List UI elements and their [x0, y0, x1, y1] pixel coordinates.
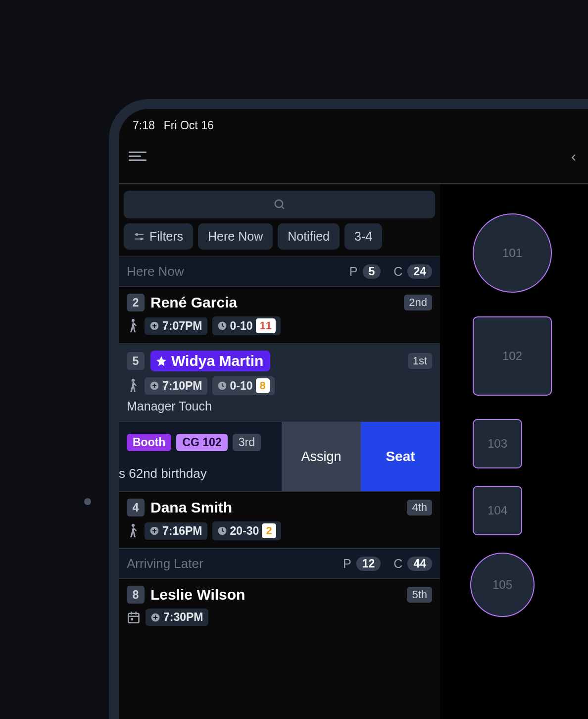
- wait-range: 20-30 2: [212, 521, 281, 540]
- table-104[interactable]: 104: [473, 486, 522, 535]
- calendar-icon: [127, 611, 141, 624]
- plus-circle-icon: [150, 613, 160, 622]
- c-count: 44: [407, 557, 432, 571]
- quoted-time: 7:10PM: [145, 377, 207, 395]
- waitlist-panel: Filters Here Now Notified 3-4 Here Now P…: [119, 184, 441, 719]
- wait-range: 0-10 8: [212, 376, 275, 395]
- tag-order: 3rd: [233, 434, 261, 451]
- wait-minutes: 8: [256, 378, 270, 393]
- c-label: C: [393, 557, 402, 571]
- queue-order: 4th: [407, 500, 432, 515]
- table-103[interactable]: 103: [473, 419, 522, 468]
- assign-button[interactable]: Assign: [282, 422, 361, 491]
- quoted-time: 7:16PM: [145, 522, 207, 540]
- waitlist-row[interactable]: 4 Dana Smith 4th 7:16PM: [119, 492, 440, 549]
- p-label: P: [349, 264, 358, 279]
- camera-dot: [84, 498, 91, 505]
- p-label: P: [343, 557, 351, 571]
- party-size: 5: [127, 352, 145, 370]
- svg-rect-3: [135, 234, 144, 235]
- plus-circle-icon: [149, 526, 159, 536]
- svg-rect-19: [131, 618, 133, 620]
- filters-label: Filters: [149, 229, 183, 244]
- chip-3-4[interactable]: 3-4: [344, 223, 382, 250]
- walk-in-icon: [127, 523, 140, 538]
- wait-range: 0-10 11: [212, 316, 281, 335]
- walk-in-icon: [127, 318, 140, 333]
- svg-line-1: [282, 206, 284, 209]
- chevron-left-icon[interactable]: ‹: [564, 148, 583, 165]
- clock-icon: [217, 321, 227, 331]
- svg-point-12: [132, 524, 135, 527]
- guest-name: Dana Smith: [150, 499, 232, 516]
- wait-minutes: 2: [262, 523, 276, 538]
- section-title: Arriving Later: [127, 556, 343, 571]
- c-count: 24: [407, 264, 432, 279]
- queue-order: 2nd: [404, 295, 432, 310]
- status-time: 7:18: [133, 119, 155, 132]
- search-icon: [273, 198, 286, 211]
- p-count: 5: [363, 264, 381, 279]
- status-date: Fri Oct 16: [164, 119, 214, 132]
- svg-point-6: [132, 319, 135, 322]
- row-note: Manager Touch: [127, 399, 432, 413]
- sliders-icon: [134, 231, 145, 242]
- screen: 7:18 Fri Oct 16 ‹ Friday, Oc: [119, 109, 588, 719]
- seat-button[interactable]: Seat: [361, 422, 440, 491]
- svg-point-9: [132, 379, 135, 382]
- party-size: 8: [127, 586, 145, 604]
- clock-icon: [217, 381, 227, 391]
- guest-name: Leslie Wilson: [150, 586, 245, 603]
- plus-circle-icon: [149, 381, 159, 391]
- queue-order: 1st: [408, 353, 432, 369]
- table-105[interactable]: 105: [470, 553, 535, 617]
- section-title: Here Now: [127, 264, 349, 279]
- guest-name: René Garcia: [150, 294, 237, 311]
- app-header: ‹ Friday, Oc: [119, 137, 588, 184]
- tag-booth[interactable]: Booth: [127, 434, 171, 451]
- waitlist-row-selected[interactable]: 5 Widya Martin 1st: [119, 344, 440, 422]
- svg-rect-15: [129, 613, 139, 622]
- filters-chip[interactable]: Filters: [124, 223, 193, 250]
- section-arriving-later: Arriving Later P 12 C 44: [119, 549, 440, 579]
- waitlist-row[interactable]: 8 Leslie Wilson 5th 7:30PM: [119, 579, 440, 634]
- chip-here-now[interactable]: Here Now: [198, 223, 273, 250]
- queue-order: 5th: [407, 587, 432, 603]
- guest-name: Widya Martin: [171, 353, 263, 369]
- waitlist-row[interactable]: 2 René Garcia 2nd 7:07PM: [119, 287, 440, 344]
- clock-icon: [217, 526, 227, 536]
- party-size: 2: [127, 294, 145, 311]
- menu-icon[interactable]: [129, 150, 147, 163]
- tag-table[interactable]: CG 102: [176, 434, 227, 451]
- c-label: C: [393, 264, 402, 279]
- svg-rect-5: [135, 238, 144, 239]
- svg-point-0: [275, 200, 282, 207]
- plus-circle-icon: [149, 321, 159, 331]
- reservation-time: 7:30PM: [146, 609, 208, 626]
- chip-notified[interactable]: Notified: [278, 223, 340, 250]
- filter-chips: Filters Here Now Notified 3-4: [119, 223, 440, 257]
- wait-minutes: 11: [256, 318, 276, 333]
- p-count: 12: [356, 557, 381, 571]
- table-102[interactable]: 102: [473, 316, 552, 396]
- quoted-time: 7:07PM: [145, 317, 207, 335]
- star-icon: [155, 355, 167, 367]
- status-bar: 7:18 Fri Oct 16: [119, 109, 588, 137]
- vip-name-highlight: Widya Martin: [150, 351, 270, 371]
- section-here-now: Here Now P 5 C 24: [119, 257, 440, 287]
- party-size: 4: [127, 499, 145, 516]
- table-101[interactable]: 101: [473, 213, 552, 293]
- floor-map[interactable]: 101 102 103 104 105 9 9 Servers -- / 3 s…: [441, 184, 588, 719]
- search-input[interactable]: [124, 191, 435, 218]
- walk-in-icon: [127, 378, 140, 393]
- body: Filters Here Now Notified 3-4 Here Now P…: [119, 184, 588, 719]
- device-frame: 7:18 Fri Oct 16 ‹ Friday, Oc: [109, 99, 588, 719]
- selected-detail: Booth CG 102 3rd s 62nd birthday Assign …: [119, 422, 440, 492]
